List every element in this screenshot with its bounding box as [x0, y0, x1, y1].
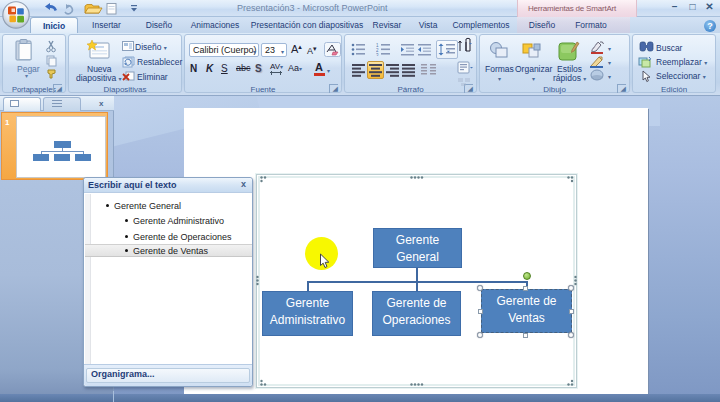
svg-text:3: 3	[376, 53, 379, 57]
